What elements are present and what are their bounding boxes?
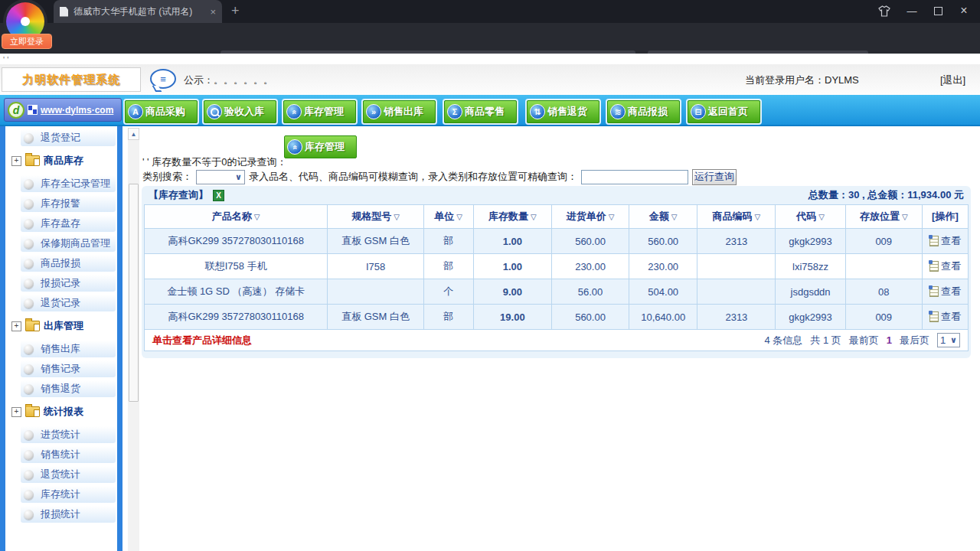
- close-button[interactable]: ×: [952, 0, 975, 21]
- sidebar-item-18[interactable]: 报损统计: [21, 506, 116, 523]
- sort-icon[interactable]: ▽: [755, 213, 761, 221]
- view-link-label: 查看: [941, 285, 961, 298]
- category-select[interactable]: ∨: [196, 170, 245, 184]
- theme-shirt-icon[interactable]: [873, 0, 896, 21]
- cell: [845, 254, 922, 279]
- site-url-text: www·dylms·com: [41, 105, 113, 116]
- column-header-label: 产品名称: [212, 210, 252, 222]
- view-link[interactable]: 查看: [929, 310, 961, 324]
- column-header-1[interactable]: 规格型号▽: [328, 205, 423, 229]
- view-link[interactable]: 查看: [929, 259, 961, 273]
- tab-close-icon[interactable]: ×: [210, 6, 216, 18]
- browser-tab[interactable]: 德威市大华手机超市 (试用名) ×: [54, 0, 222, 23]
- notepad-icon: [929, 261, 939, 272]
- run-query-button[interactable]: 运行查询: [692, 169, 737, 185]
- query-input[interactable]: [581, 170, 688, 184]
- last-page-link[interactable]: 最后页: [900, 334, 929, 347]
- sidebar-item-4[interactable]: 库存盘存: [21, 215, 116, 232]
- toolbar-button-sales-return[interactable]: ⇅销售退货: [527, 100, 599, 123]
- sort-icon[interactable]: ▽: [609, 213, 615, 221]
- column-header-3[interactable]: 库存数量▽: [473, 205, 551, 229]
- column-header-0[interactable]: 产品名称▽: [145, 205, 328, 229]
- minimize-button[interactable]: —: [900, 0, 923, 21]
- view-link[interactable]: 查看: [929, 285, 961, 298]
- sort-icon[interactable]: ▽: [456, 213, 462, 221]
- sidebar-item-2[interactable]: 库存全记录管理: [21, 175, 116, 192]
- logout-link[interactable]: [退出]: [940, 73, 965, 87]
- page-icon: [60, 7, 68, 17]
- toolbar-button-inspect[interactable]: 验收入库: [204, 100, 276, 123]
- table-header-row: 产品名称▽规格型号▽单位▽库存数量▽进货单价▽金额▽商品编码▽代码▽存放位置▽[…: [145, 205, 969, 229]
- column-header-8[interactable]: 存放位置▽: [845, 205, 922, 229]
- sort-icon[interactable]: ▽: [531, 213, 537, 221]
- sidebar-item-7[interactable]: 报损记录: [21, 275, 116, 292]
- page-inventory-button[interactable]: «库存管理: [284, 135, 357, 158]
- sidebar-item-label: 报损统计: [41, 507, 80, 521]
- expand-plus-icon[interactable]: +: [11, 407, 21, 417]
- toolbar-button-home[interactable]: ⊟返回首页: [688, 100, 760, 123]
- scroll-up-button[interactable]: ▲: [128, 128, 139, 140]
- column-header-7[interactable]: 代码▽: [776, 205, 845, 229]
- new-tab-button[interactable]: +: [231, 3, 240, 19]
- sort-icon[interactable]: ▽: [818, 213, 825, 221]
- cell: 560.00: [551, 229, 629, 254]
- login-now-badge[interactable]: 立即登录: [2, 34, 52, 49]
- sort-icon[interactable]: ▽: [394, 213, 400, 221]
- toolbar-button-label: 销售出库: [384, 105, 423, 119]
- bullet-icon: [24, 344, 34, 354]
- sidebar-item-17[interactable]: 库存统计: [21, 486, 116, 503]
- sidebar-item-6[interactable]: 商品报损: [21, 255, 116, 272]
- sidebar-item-10[interactable]: 销售出库: [21, 341, 116, 357]
- excel-export-icon[interactable]: X: [213, 190, 224, 201]
- bullet-icon: [24, 384, 34, 394]
- column-header-6[interactable]: 商品编码▽: [697, 205, 776, 229]
- cell: gkgk2993: [776, 305, 845, 330]
- announcement-bubble-icon: ≡: [150, 69, 176, 89]
- sidebar-item-14[interactable]: 进货统计: [21, 426, 116, 443]
- sidebar-item-15[interactable]: 销售统计: [21, 446, 116, 463]
- sidebar-group-9[interactable]: +出库管理: [5, 315, 117, 337]
- column-header-2[interactable]: 单位▽: [423, 205, 473, 229]
- toolbar-button-label: 商品采购: [145, 105, 185, 119]
- icon-glyph: ⇅: [534, 108, 541, 116]
- toolbar-button-inventory[interactable]: «库存管理: [283, 100, 356, 123]
- sidebar-item-11[interactable]: 销售记录: [21, 360, 116, 377]
- expand-plus-icon[interactable]: +: [11, 156, 21, 166]
- column-header-5[interactable]: 金额▽: [629, 205, 697, 229]
- sidebar-item-8[interactable]: 退货记录: [21, 295, 116, 311]
- sidebar-group-13[interactable]: +统计报表: [5, 400, 117, 423]
- site-logo[interactable]: d www·dylms·com: [4, 98, 122, 122]
- toolbar-button-sales-out[interactable]: »销售出库: [363, 100, 436, 123]
- toolbar-button-label: 商品零售: [465, 105, 505, 119]
- sidebar-item-3[interactable]: 库存报警: [21, 195, 116, 212]
- scrollbar-thumb[interactable]: [129, 184, 139, 402]
- sidebar-group-1[interactable]: +商品库存: [5, 149, 117, 172]
- toolbar-button-damage[interactable]: ≋商品报损: [607, 100, 680, 123]
- cell: lxi758zz: [776, 254, 845, 279]
- folder-icon: [25, 155, 40, 166]
- sales-out-icon: »: [366, 104, 381, 119]
- sidebar-item-label: 库存统计: [41, 487, 80, 501]
- current-page-link[interactable]: 1: [887, 334, 892, 346]
- sort-icon[interactable]: ▽: [254, 213, 260, 221]
- shirt-glyph: [878, 5, 890, 17]
- page-select-value: 1: [940, 334, 946, 346]
- sort-icon[interactable]: ▽: [671, 213, 678, 221]
- column-header-4[interactable]: 进货单价▽: [551, 205, 629, 229]
- table-body: 高科GK299 357278030110168直板 GSM 白色部1.00560…: [145, 229, 969, 330]
- browser-toolbar: ‹ › ↻ ⌂ ↶ ☆ http://dydz.dylms.com/dydzml…: [0, 23, 980, 54]
- column-header-label: 规格型号: [351, 210, 391, 222]
- sort-icon[interactable]: ▽: [902, 213, 908, 221]
- toolbar-button-retail[interactable]: Σ商品零售: [444, 100, 517, 123]
- sidebar-item-12[interactable]: 销售退货: [21, 380, 116, 397]
- restore-button[interactable]: [926, 0, 949, 21]
- first-page-link[interactable]: 最前页: [849, 334, 879, 347]
- sidebar-item-0[interactable]: 退货登记: [21, 129, 116, 146]
- column-header-label: 单位: [434, 210, 454, 222]
- expand-plus-icon[interactable]: +: [11, 321, 21, 331]
- sidebar-item-16[interactable]: 退货统计: [21, 466, 116, 483]
- view-link[interactable]: 查看: [929, 234, 961, 248]
- toolbar-button-purchase[interactable]: A商品采购: [125, 100, 198, 123]
- page-select[interactable]: 1 ∨: [937, 333, 960, 347]
- sidebar-item-5[interactable]: 保修期商品管理: [21, 235, 116, 252]
